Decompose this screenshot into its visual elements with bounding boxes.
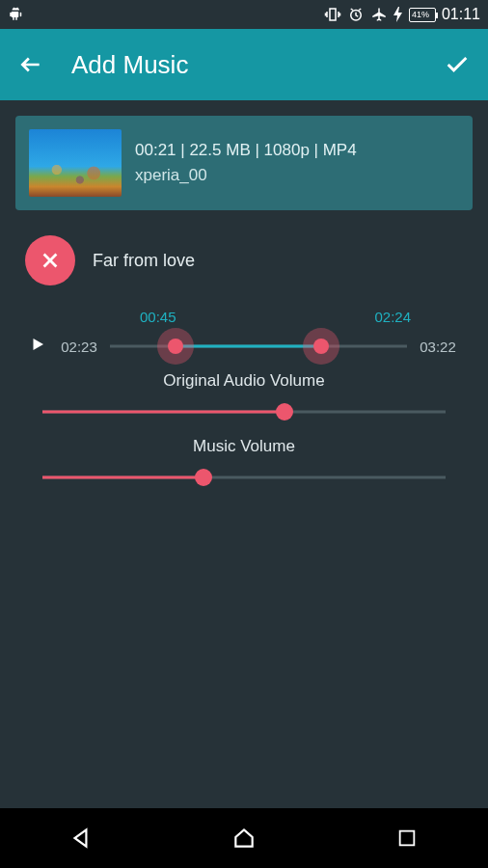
nav-back-button[interactable] [62,819,100,857]
nav-recents-button[interactable] [388,819,426,857]
music-row: Far from love [0,226,488,289]
svg-rect-1 [399,831,414,846]
video-meta: 00:21 | 22.5 MB | 1080p | MP4 [135,141,357,160]
music-volume-label: Music Volume [29,437,459,456]
music-title: Far from love [93,251,195,271]
page-title: Add Music [71,50,444,80]
video-card[interactable]: 00:21 | 22.5 MB | 1080p | MP4 xperia_00 [15,116,473,210]
video-filename: xperia_00 [135,166,357,185]
charging-icon [393,7,403,22]
confirm-button[interactable] [444,51,471,78]
original-volume-section: Original Audio Volume [0,364,488,429]
play-button[interactable] [29,336,48,357]
original-volume-slider[interactable] [42,402,446,421]
original-volume-label: Original Audio Volume [29,371,459,391]
status-time: 01:11 [442,6,480,23]
triangle-back-icon [68,826,94,851]
battery-indicator: 41% [409,8,436,22]
system-nav-bar [0,808,488,868]
nav-home-button[interactable] [225,819,263,857]
alarm-icon [347,6,365,23]
trim-start-label: 00:45 [140,309,176,325]
trim-start-handle[interactable] [168,339,183,354]
video-thumbnail [29,129,122,197]
status-bar: 41% 01:11 [0,0,488,29]
trim-slider[interactable] [110,335,407,358]
trim-end-handle[interactable] [313,339,329,354]
app-bar: Add Music [0,29,488,100]
remove-music-button[interactable] [25,235,75,285]
music-volume-slider[interactable] [42,468,446,487]
close-icon [40,250,61,271]
home-icon [231,826,257,851]
current-time: 02:23 [58,339,100,355]
music-volume-section: Music Volume [0,429,488,495]
square-recents-icon [396,827,418,849]
android-icon [8,6,25,23]
original-volume-thumb[interactable] [276,403,293,420]
vibrate-icon [324,6,341,23]
back-button[interactable] [17,51,44,78]
trim-area: 00:45 02:24 02:23 03:22 [0,289,488,364]
total-time: 03:22 [417,339,459,355]
music-volume-thumb[interactable] [195,469,212,486]
airplane-icon [370,6,388,23]
battery-percent: 41% [411,11,429,19]
trim-end-label: 02:24 [374,309,411,325]
play-icon [29,336,46,353]
